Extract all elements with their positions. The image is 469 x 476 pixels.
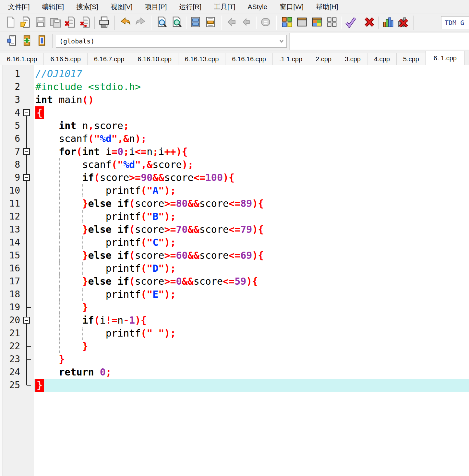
abort-compilation-button[interactable] — [362, 16, 377, 30]
code-line-17[interactable]: }else if(score>=0&&score<=59){ — [34, 275, 469, 288]
code-line-5[interactable]: int n,score; — [34, 119, 469, 132]
profile-button[interactable] — [381, 16, 396, 30]
save-all-button[interactable] — [48, 16, 63, 30]
fold-toggle[interactable] — [23, 148, 30, 155]
back-button[interactable] — [224, 16, 239, 30]
code-area[interactable]: //OJ1017#include <stdio.h>int main(){ in… — [34, 65, 469, 476]
tab-5-cpp[interactable]: 5.cpp — [396, 53, 426, 65]
goto-definition-button[interactable] — [258, 16, 273, 30]
new-file-button[interactable] — [3, 16, 18, 30]
add-to-project-button[interactable] — [19, 34, 34, 48]
code-editor[interactable]: 1234567891011121314151617181920212223242… — [0, 65, 469, 476]
code-token: " — [147, 211, 152, 222]
fold-toggle[interactable] — [23, 109, 30, 116]
run-icon — [296, 16, 308, 29]
run-button[interactable] — [295, 16, 309, 30]
code-line-6[interactable]: scanf("%d",&n); — [34, 132, 469, 145]
globals-combobox[interactable]: (globals) — [56, 35, 287, 48]
code-line-2[interactable]: #include <stdio.h> — [34, 80, 469, 93]
tab-6-1-cpp[interactable]: 6. 1.cpp — [426, 51, 465, 65]
code-token: " — [147, 327, 152, 339]
menu-item-astyle[interactable]: AStyle — [242, 1, 274, 13]
code-line-9[interactable]: if(score>=90&&score<=100){ — [34, 171, 469, 184]
tab-6-16-5-cpp[interactable]: 6.16.5.cpp — [43, 53, 87, 65]
code-line-19[interactable]: } — [34, 301, 469, 314]
compile-button[interactable] — [280, 16, 295, 30]
print-icon — [98, 16, 110, 29]
fold-toggle[interactable] — [23, 317, 30, 324]
code-line-18[interactable]: printf("E"); — [34, 288, 469, 301]
tab-2-cpp[interactable]: 2.cpp — [309, 53, 338, 65]
code-line-8[interactable]: scanf("%d",&score); — [34, 158, 469, 171]
code-token: score — [100, 172, 129, 183]
open-file-button[interactable] — [18, 16, 33, 30]
swap-header-source-button[interactable] — [188, 16, 203, 30]
members-combobox[interactable] — [289, 33, 469, 50]
code-token: ){ — [252, 250, 264, 261]
syntax-check-button[interactable] — [343, 16, 358, 30]
menu-item-view[interactable]: 视图[V] — [104, 0, 139, 13]
code-line-10[interactable]: printf("A"); — [34, 184, 469, 197]
code-line-14[interactable]: printf("C"); — [34, 236, 469, 249]
menu-item-edit[interactable]: 编辑[E] — [36, 0, 70, 13]
remove-from-project-button[interactable] — [34, 34, 49, 48]
swap-header-source-icon — [190, 16, 201, 29]
undo-button[interactable] — [118, 16, 133, 30]
code-token: " — [147, 263, 152, 274]
code-line-20[interactable]: if(i!=n-1){ — [34, 314, 469, 327]
tab-6-16-13-cpp[interactable]: 6.16.13.cpp — [178, 53, 226, 65]
tab--1-1-cpp[interactable]: .1 1.cpp — [272, 53, 309, 65]
code-line-13[interactable]: }else if(score>=70&&score<=79){ — [34, 223, 469, 236]
code-line-16[interactable]: printf("D"); — [34, 262, 469, 275]
code-line-25[interactable]: } — [34, 379, 469, 392]
menu-item-search[interactable]: 搜索[S] — [70, 0, 104, 13]
print-button[interactable] — [97, 16, 112, 30]
redo-button[interactable] — [133, 16, 148, 30]
tab-6-16-7-cpp[interactable]: 6.16.7.cpp — [87, 53, 131, 65]
code-line-1[interactable]: //OJ1017 — [34, 67, 469, 80]
code-line-23[interactable]: } — [34, 353, 469, 366]
menu-item-window[interactable]: 窗口[W] — [273, 0, 310, 13]
menu-item-run[interactable]: 运行[R] — [173, 0, 208, 13]
code-token: printf — [35, 327, 141, 339]
code-line-3[interactable]: int main() — [34, 93, 469, 106]
compile-run-button[interactable] — [309, 16, 324, 30]
tab-6-16-16-cpp[interactable]: 6.16.16.cpp — [225, 53, 273, 65]
line-number: 11 — [3, 197, 20, 210]
code-line-7[interactable]: for(int i=0;i<=n;i++){ — [34, 145, 469, 158]
menu-item-tools[interactable]: 工具[T] — [208, 0, 242, 13]
code-line-24[interactable]: return 0; — [34, 366, 469, 379]
tab-6-16-10-cpp[interactable]: 6.16.10.cpp — [131, 53, 178, 65]
add-to-project-icon — [21, 35, 33, 47]
tab-6-16-1-cpp[interactable]: 6.16.1.cpp — [0, 53, 44, 65]
find-button[interactable] — [154, 16, 169, 30]
toolbar-separator — [276, 16, 277, 30]
close-file-button[interactable] — [63, 16, 78, 30]
goto-declaration-button[interactable] — [5, 34, 19, 48]
close-all-button[interactable] — [78, 16, 93, 30]
tab-3-cpp[interactable]: 3.cpp — [338, 53, 367, 65]
tab-4-cpp[interactable]: 4.cpp — [367, 53, 397, 65]
code-token: " — [147, 289, 152, 300]
replace-button[interactable] — [203, 16, 218, 30]
menu-item-file[interactable]: 文件[F] — [2, 0, 36, 13]
fold-toggle[interactable] — [23, 174, 30, 181]
forward-button[interactable] — [239, 16, 254, 30]
rebuild-button[interactable] — [324, 16, 339, 30]
save-button[interactable] — [33, 16, 48, 30]
code-token: , — [88, 120, 94, 131]
code-token: " — [158, 289, 164, 300]
menu-item-project[interactable]: 项目[P] — [139, 0, 173, 13]
code-line-15[interactable]: }else if(score>=60&&score<=69){ — [34, 249, 469, 262]
find-in-files-button[interactable] — [169, 16, 184, 30]
code-line-11[interactable]: }else if(score>=80&&score<=89){ — [34, 197, 469, 210]
code-line-22[interactable]: } — [34, 340, 469, 353]
code-token: ( — [129, 276, 135, 287]
compiler-combobox[interactable]: TDM-G — [441, 16, 469, 29]
code-line-12[interactable]: printf("B"); — [34, 210, 469, 223]
code-token: #include <stdio.h> — [35, 81, 141, 92]
code-line-21[interactable]: printf(" "); — [34, 327, 469, 340]
delete-profiling-button[interactable] — [396, 16, 411, 30]
menu-item-help[interactable]: 帮助[H] — [310, 0, 344, 13]
code-line-4[interactable]: { — [34, 106, 469, 119]
